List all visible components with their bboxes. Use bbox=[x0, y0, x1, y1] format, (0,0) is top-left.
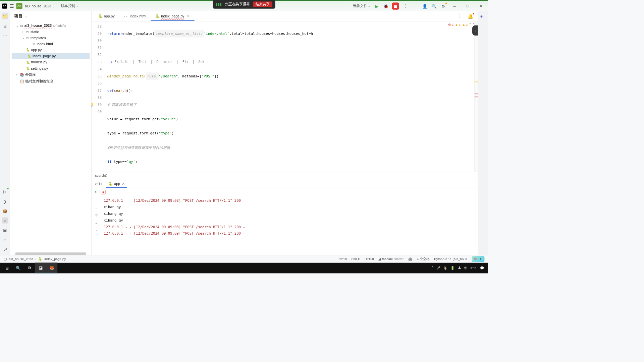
minimize-button[interactable]: ― bbox=[449, 2, 460, 10]
ai-assistant-icon[interactable]: ◈ bbox=[480, 14, 486, 20]
close-tab-button[interactable]: ✕ bbox=[187, 14, 190, 18]
tree-folder-static[interactable]: › 🗀 static bbox=[10, 29, 91, 35]
scroll-to-end-button[interactable]: ⤓ bbox=[95, 221, 98, 225]
tree-file-models-py[interactable]: 🐍 models.py bbox=[10, 59, 91, 65]
error-stripe[interactable] bbox=[474, 21, 478, 172]
tree-file-settings-py[interactable]: 🐍 settings.py bbox=[10, 65, 91, 71]
ai-cube-icon: ◈ bbox=[110, 58, 112, 65]
code-content[interactable]: return render_template( template_name_or… bbox=[104, 21, 474, 172]
file-encoding[interactable]: UTF-8 bbox=[365, 257, 374, 261]
console-line: 127.0.0.1 - - [12/Dec/2024 09:09:09] "PO… bbox=[104, 230, 475, 237]
taskbar-firefox[interactable]: 🦊 bbox=[46, 263, 57, 274]
tray-network-icon[interactable]: 🖧 bbox=[458, 266, 461, 270]
close-run-tab-button[interactable]: ✕ bbox=[122, 182, 125, 186]
line-separator[interactable]: CRLF bbox=[352, 257, 360, 261]
tray-mic-icon[interactable]: 🎤 bbox=[436, 266, 440, 270]
tray-clock[interactable]: 9:11 bbox=[470, 266, 477, 270]
tray-qq-icon[interactable]: 🐧 bbox=[443, 266, 447, 270]
ai-test[interactable]: Test bbox=[138, 58, 146, 65]
tray-ime-icon[interactable]: 中 bbox=[464, 266, 468, 270]
copilot-status-icon[interactable]: 🤖 bbox=[408, 257, 412, 261]
packages-tool-icon[interactable]: 📦 bbox=[2, 208, 8, 214]
python-console-icon[interactable]: ❯ bbox=[2, 198, 8, 204]
ai-ask[interactable]: Ask bbox=[198, 58, 204, 65]
weak-warning-count[interactable]: ▲ 2 bbox=[462, 22, 468, 26]
line-gutter: 28 29 30 31 32 33 34 35 36 37 38 💡39 40 bbox=[92, 21, 104, 172]
tabnine-widget[interactable]: ◢ tabnine Starter bbox=[378, 257, 404, 261]
run-button[interactable]: ▶ bbox=[374, 3, 380, 9]
git-tool-icon[interactable]: ⎇ bbox=[2, 246, 8, 252]
task-view-button[interactable]: ⧉ bbox=[24, 263, 35, 274]
tab-app-py[interactable]: 🐍 app.py bbox=[94, 12, 119, 21]
tab-index-html[interactable]: <> index.html bbox=[119, 12, 151, 21]
code-breadcrumb[interactable]: search() bbox=[92, 172, 478, 179]
folder-icon: 🗀 bbox=[26, 36, 30, 40]
soft-wrap-button[interactable]: ⇉ bbox=[95, 213, 98, 218]
console-output[interactable]: 127.0.0.1 - - [12/Dec/2024 09:09:08] "PO… bbox=[101, 196, 478, 255]
horizontal-scrollbar[interactable] bbox=[15, 252, 86, 255]
maximize-button[interactable]: ☐ bbox=[463, 2, 473, 10]
stop-button[interactable]: ◼ bbox=[392, 3, 399, 10]
search-everywhere-button[interactable]: 🔍 bbox=[431, 3, 437, 9]
tree-file-app-py[interactable]: 🐍 app.py bbox=[10, 47, 91, 53]
taskbar-pycharm[interactable]: ◪ bbox=[35, 263, 46, 274]
more-tool-icon[interactable]: ⋯ bbox=[2, 33, 8, 39]
intention-bulb-icon[interactable]: 💡 bbox=[92, 101, 94, 108]
tree-folder-templates[interactable]: ⌄ 🗀 templates bbox=[10, 35, 91, 41]
structure-tool-icon[interactable]: ⊞ bbox=[2, 23, 8, 29]
tray-battery-icon[interactable]: 🔋 bbox=[450, 266, 454, 270]
project-panel-title[interactable]: 项目 bbox=[10, 11, 91, 21]
problems-tool-icon[interactable]: ⚠ bbox=[2, 237, 8, 243]
breadcrumb-file[interactable]: index_page.py bbox=[44, 257, 66, 261]
python-interpreter[interactable]: Python 3.11 (ai3_hous bbox=[434, 257, 467, 261]
scroll-down-button[interactable]: ↓ bbox=[95, 205, 97, 210]
indent-settings[interactable]: 4 个空格 bbox=[417, 257, 430, 261]
error-count[interactable]: ⊘ 2 bbox=[448, 22, 453, 26]
run-config-tab[interactable]: 🐍 app ✕ bbox=[106, 181, 127, 188]
ai-explain[interactable]: Explain bbox=[114, 58, 128, 65]
ime-widget[interactable]: 中 ✦ bbox=[472, 256, 484, 262]
settings-button[interactable]: ⚙ bbox=[440, 3, 446, 9]
project-tool-icon[interactable]: 📁 bbox=[2, 13, 8, 19]
notifications-button[interactable]: 🔔 bbox=[465, 11, 476, 21]
ai-fix[interactable]: Fix bbox=[182, 58, 188, 65]
tabs-overflow-button[interactable]: ⋮ bbox=[454, 11, 465, 21]
code-with-me-icon[interactable]: 👤 bbox=[422, 3, 428, 9]
project-selector[interactable]: ai3_house_2023 bbox=[25, 4, 55, 8]
scroll-up-button[interactable]: ↑ bbox=[95, 198, 97, 202]
chevron-left-icon: ‹ bbox=[475, 28, 476, 32]
debug-button[interactable]: 🐞 bbox=[383, 3, 389, 9]
run-more-button[interactable]: ⋮ bbox=[112, 190, 116, 194]
vcs-menu[interactable]: 版本控制 bbox=[61, 4, 79, 8]
run-config-selector[interactable]: 当前文件 bbox=[353, 4, 371, 8]
prev-highlight-button[interactable]: ˄ bbox=[469, 22, 471, 26]
start-button[interactable]: ⊞ bbox=[2, 263, 13, 274]
main-menu-button[interactable]: ☰ bbox=[10, 3, 14, 9]
search-button[interactable]: 🔍 bbox=[13, 263, 24, 274]
tab-index-page-py[interactable]: 🐍 index_page.py ✕ bbox=[151, 12, 194, 21]
terminal-tool-icon[interactable]: ▣ bbox=[2, 227, 8, 233]
stop-run-button[interactable]: ◼ bbox=[101, 190, 106, 194]
module-icon: ▢ bbox=[4, 257, 7, 261]
code-editor[interactable]: 28 29 30 31 32 33 34 35 36 37 38 💡39 40 bbox=[92, 21, 478, 172]
inspections-widget[interactable]: ⊘ 2 ▲ 1 ▲ 2 ˄ ˅ bbox=[448, 22, 474, 26]
ai-document[interactable]: Document bbox=[156, 58, 172, 65]
copilot-handle[interactable]: ‹ bbox=[472, 25, 478, 36]
tray-expand-icon[interactable]: ˄ bbox=[432, 266, 433, 270]
services-tool-icon[interactable]: ⟐ bbox=[2, 218, 8, 224]
tree-external-libs[interactable]: › 📚 外部库 bbox=[10, 71, 91, 78]
rerun-button[interactable]: ↻ bbox=[95, 190, 98, 194]
run-tool-icon[interactable]: ▷ bbox=[2, 188, 8, 194]
breadcrumb-project[interactable]: ai3_house_2023 bbox=[9, 257, 33, 261]
tree-file-index-page-py[interactable]: 🐍 index_page.py bbox=[12, 53, 90, 59]
close-window-button[interactable]: ✕ bbox=[476, 2, 486, 10]
tree-file-index-html[interactable]: <> index.html bbox=[10, 41, 91, 47]
tree-scratches[interactable]: 📋 临时文件和控制台 bbox=[10, 78, 91, 85]
warning-count[interactable]: ▲ 1 bbox=[455, 22, 461, 26]
expand-button[interactable]: › bbox=[96, 228, 97, 233]
end-share-button[interactable]: 结束共享 bbox=[253, 2, 272, 7]
more-actions-button[interactable]: ⋮ bbox=[402, 3, 408, 9]
caret-position[interactable]: 39:10 bbox=[338, 257, 347, 261]
tree-root[interactable]: ⌄ 🗀 ai3_house_2023 D:\kdxf\s bbox=[10, 22, 91, 28]
tray-notifications-icon[interactable]: 💬 bbox=[480, 266, 484, 270]
